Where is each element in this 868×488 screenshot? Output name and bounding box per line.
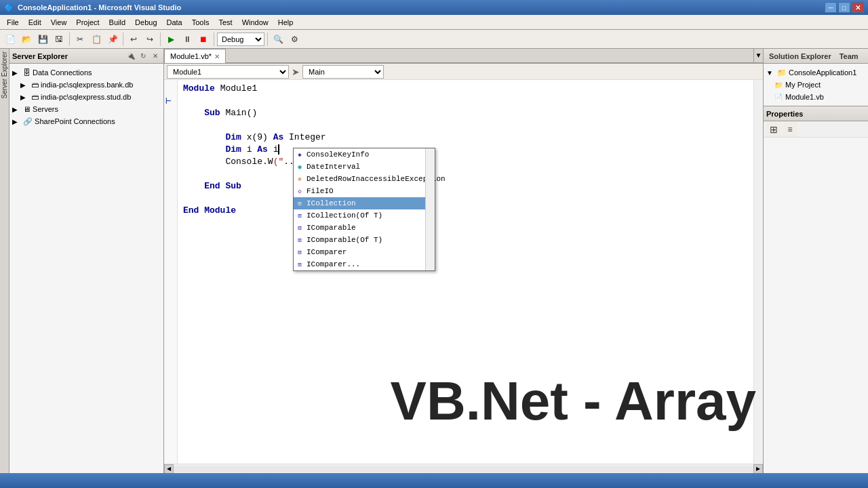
sep5 bbox=[267, 33, 268, 46]
expand-icon: ▶ bbox=[20, 94, 30, 101]
ac-item-icomparable-t[interactable]: ⊡ IComparable(Of T) bbox=[294, 234, 435, 246]
sep2 bbox=[123, 33, 123, 46]
team-tab[interactable]: Team bbox=[837, 51, 861, 62]
ac-label-icomparer: IComparer bbox=[307, 248, 347, 256]
main-toolbar: 📄 📂 💾 🖫 ✂ 📋 📌 ↩ ↪ ▶ ⏸ ⏹ Debug 🔍 ⚙ bbox=[0, 30, 868, 49]
tree-servers[interactable]: ▶ 🖥 Servers bbox=[9, 103, 163, 115]
menu-file[interactable]: File bbox=[3, 17, 23, 28]
prop-sort-button[interactable]: ⊞ bbox=[766, 122, 781, 137]
stop-button[interactable]: ⏹ bbox=[196, 32, 211, 47]
tree-module1vb[interactable]: 📄 Module1.vb bbox=[764, 91, 868, 103]
pause-button[interactable]: ⏸ bbox=[180, 32, 195, 47]
menu-help[interactable]: Help bbox=[274, 17, 298, 28]
ac-item-consolekeyinfo[interactable]: ◈ ConsoleKeyInfo bbox=[294, 148, 435, 161]
sep4 bbox=[214, 33, 214, 46]
arrow-icon: ➤ bbox=[292, 66, 300, 77]
code-content[interactable]: Module Module1 Sub Main() Dim x(9) As In… bbox=[178, 80, 753, 473]
open-button[interactable]: 📂 bbox=[19, 32, 34, 47]
properties-header: Properties bbox=[764, 106, 868, 121]
code-line-9: End Sub bbox=[183, 180, 748, 192]
status-bar bbox=[0, 473, 868, 488]
server-explorer-close[interactable]: ✕ bbox=[150, 51, 161, 62]
maximize-button[interactable]: □ bbox=[838, 2, 850, 13]
new-file-button[interactable]: 📄 bbox=[3, 32, 18, 47]
undo-button[interactable]: ↩ bbox=[126, 32, 141, 47]
debug-combo[interactable]: Debug bbox=[217, 33, 264, 46]
close-button[interactable]: ✕ bbox=[852, 2, 864, 13]
ac-label-icomparer-more: IComparer... bbox=[307, 260, 360, 268]
copy-button[interactable]: 📋 bbox=[89, 32, 104, 47]
expand-icon: ▶ bbox=[12, 69, 22, 77]
scroll-left-button[interactable]: ◀ bbox=[164, 464, 174, 474]
editor-tab-strip: Module1.vb* ✕ ▼ bbox=[164, 49, 763, 64]
ac-item-dateinterval[interactable]: ◉ DateInterval bbox=[294, 161, 435, 173]
cut-button[interactable]: ✂ bbox=[73, 32, 87, 47]
member-combo[interactable]: Main bbox=[302, 65, 384, 79]
toolbar-extra2[interactable]: ⚙ bbox=[287, 32, 302, 47]
ac-label-dateinterval: DateInterval bbox=[307, 163, 360, 171]
redo-button[interactable]: ↪ bbox=[142, 32, 157, 47]
minimize-button[interactable]: ─ bbox=[825, 2, 837, 13]
code-line-10 bbox=[183, 192, 748, 205]
tab-close-icon[interactable]: ✕ bbox=[214, 53, 220, 60]
menu-data[interactable]: Data bbox=[163, 17, 186, 28]
tree-db1[interactable]: ▶ 🗃 india-pc\sqlexpress.bank.db bbox=[9, 79, 163, 91]
start-button[interactable]: ▶ bbox=[163, 32, 178, 47]
server-explorer-tab[interactable]: Server Explorer bbox=[0, 49, 9, 101]
tree-consoleapp[interactable]: ▼ 📁 ConsoleApplication1 bbox=[764, 66, 868, 79]
module1-tab[interactable]: Module1.vb* ✕ bbox=[164, 49, 226, 63]
solution-explorer-tab[interactable]: Solution Explorer bbox=[766, 51, 834, 62]
menu-debug[interactable]: Debug bbox=[131, 17, 161, 28]
scroll-right-button[interactable]: ▶ bbox=[753, 464, 763, 474]
ac-item-icomparer[interactable]: ⊡ IComparer bbox=[294, 246, 435, 258]
ac-label-fileio: FileIO bbox=[307, 187, 334, 195]
properties-title: Properties bbox=[766, 110, 803, 118]
tree-myproject[interactable]: 📁 My Project bbox=[764, 79, 868, 91]
ac-item-icollection-t[interactable]: ⊡ ICollection(Of T) bbox=[294, 209, 435, 222]
editor-area: ⊢ Module Module1 Sub Main() Dim x(9) As … bbox=[164, 80, 763, 473]
expand-icon: ▶ bbox=[12, 106, 22, 113]
code-line-7: Console.W("...lements of an array") bbox=[183, 156, 748, 168]
menu-tools[interactable]: Tools bbox=[188, 17, 214, 28]
ac-item-fileio[interactable]: ◇ FileIO bbox=[294, 185, 435, 197]
save-button[interactable]: 💾 bbox=[35, 32, 50, 47]
ac-item-deletedrow[interactable]: ⊗ DeletedRowInaccessibleException bbox=[294, 173, 435, 185]
horizontal-scrollbar[interactable]: ◀ ▶ bbox=[164, 464, 763, 473]
solution-explorer-header: Solution Explorer Team bbox=[764, 49, 868, 64]
sep3 bbox=[160, 33, 161, 46]
class-combo[interactable]: Module1 bbox=[167, 65, 289, 79]
tab-expand-button[interactable]: ▼ bbox=[753, 49, 763, 63]
prop-categorize-button[interactable]: ≡ bbox=[783, 122, 797, 137]
menu-build[interactable]: Build bbox=[105, 17, 130, 28]
tree-sharepoint[interactable]: ▶ 🔗 SharePoint Connections bbox=[9, 115, 163, 127]
ac-item-icomparer-more[interactable]: ⊡ IComparer... bbox=[294, 258, 435, 270]
menu-test[interactable]: Test bbox=[214, 17, 236, 28]
ac-item-icollection[interactable]: ⊡ ICollection bbox=[294, 197, 435, 209]
server-explorer-icons: 🔌 ↻ ✕ bbox=[125, 51, 161, 62]
paste-button[interactable]: 📌 bbox=[105, 32, 120, 47]
ac-icon-fileio: ◇ bbox=[295, 186, 304, 196]
editor-scrollbar[interactable] bbox=[753, 80, 763, 473]
ac-item-icomparable[interactable]: ⊡ IComparable bbox=[294, 222, 435, 234]
scrollbar-track[interactable] bbox=[174, 466, 753, 472]
toolbar-extra1[interactable]: 🔍 bbox=[271, 32, 285, 47]
menu-edit[interactable]: Edit bbox=[24, 17, 45, 28]
server-explorer-refresh[interactable]: ↻ bbox=[138, 51, 149, 62]
title-bar: 🔷 ConsoleApplication1 - Microsoft Visual… bbox=[0, 0, 868, 15]
code-line-3: Sub Main() bbox=[183, 107, 748, 119]
menu-project[interactable]: Project bbox=[72, 17, 103, 28]
server-explorer-connect[interactable]: 🔌 bbox=[125, 51, 136, 62]
menu-window[interactable]: Window bbox=[238, 17, 273, 28]
solution-explorer-tree: ▼ 📁 ConsoleApplication1 📁 My Project 📄 M… bbox=[764, 64, 868, 106]
autocomplete-dropdown[interactable]: ◈ ConsoleKeyInfo ◉ DateInterval ⊗ Delete… bbox=[293, 148, 435, 271]
menu-view[interactable]: View bbox=[47, 17, 71, 28]
code-line-4 bbox=[183, 119, 748, 131]
save-all-button[interactable]: 🖫 bbox=[52, 32, 66, 47]
autocomplete-scrollbar[interactable] bbox=[425, 148, 435, 270]
code-editor[interactable]: ⊢ Module Module1 Sub Main() Dim x(9) As … bbox=[164, 80, 763, 473]
expand-icon: ▶ bbox=[20, 81, 30, 89]
ac-icon-icollection-t: ⊡ bbox=[295, 211, 304, 220]
ac-icon-icollection: ⊡ bbox=[295, 199, 304, 208]
tree-data-connections[interactable]: ▶ 🗄 Data Connections bbox=[9, 66, 163, 79]
tree-db2[interactable]: ▶ 🗃 india-pc\sqlexpress.stud.db bbox=[9, 91, 163, 103]
